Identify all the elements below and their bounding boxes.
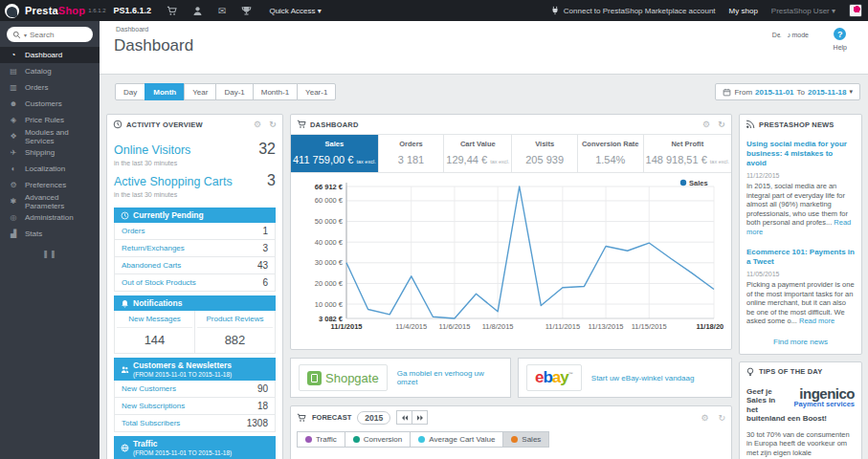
search-input[interactable] <box>30 31 79 39</box>
sidebar-item-shipping[interactable]: ✈Shipping <box>0 144 100 161</box>
toolbar: Day Month Year Day-1 Month-1 Year-1 From… <box>100 75 868 114</box>
svg-text:40 000 €: 40 000 € <box>315 238 344 247</box>
module-promos: Shopgate Ga mobiel en verhoog uw omzet e… <box>290 358 732 398</box>
brand-name: PrestaShop <box>25 5 85 16</box>
avatar[interactable] <box>849 4 862 17</box>
total-subscribers-link[interactable]: Total Subscribers <box>122 419 180 427</box>
marketplace-link[interactable]: Connect to PrestaShop Marketplace accoun… <box>550 6 716 15</box>
kpi-orders[interactable]: Orders3 181 <box>379 135 445 172</box>
search-icon <box>12 31 21 39</box>
user-menu[interactable]: PrestaShop User ▾ <box>771 7 835 15</box>
refresh-icon[interactable]: ↻ <box>718 413 725 423</box>
prestashop-logo[interactable] <box>5 4 19 18</box>
gear-icon[interactable]: ⚙ <box>254 120 261 129</box>
trophy-icon[interactable] <box>241 6 252 16</box>
read-more-link[interactable]: Read more <box>799 317 835 325</box>
tip-body: 30 tot 70% van de consumenten in Europa … <box>746 430 855 459</box>
envelope-icon[interactable]: ✉ <box>218 6 226 16</box>
main-content: Dashboard Dashboard Demo mode ? Help Day… <box>100 21 868 459</box>
kpi-visits[interactable]: Visits205 939 <box>512 135 578 172</box>
new-subscriptions-link[interactable]: New Subscriptions <box>122 402 185 410</box>
refresh-icon[interactable]: ↻ <box>718 120 725 129</box>
kpi-net-profit[interactable]: Net Profit148 918,51 € tax excl. <box>644 135 731 172</box>
date-range-picker[interactable]: From2015-11-01 To2015-11-18 ▾ <box>715 83 860 100</box>
sidebar-item-orders[interactable]: ▥Orders <box>0 79 100 96</box>
sidebar-item-modules[interactable]: ❖Modules and Services <box>0 128 100 144</box>
demo-mode-control: Demo mode <box>772 28 809 38</box>
new-messages-cell[interactable]: New Messages144 <box>115 311 194 353</box>
range-year-1-button[interactable]: Year-1 <box>297 83 336 100</box>
find-more-news-link[interactable]: Find more news <box>746 338 855 346</box>
sidebar-item-localization[interactable]: ◐Localization <box>0 161 100 177</box>
shopgate-logo: Shopgate <box>299 364 388 391</box>
news-title-link[interactable]: Using social media for your business: 4 … <box>746 140 855 168</box>
globe-icon <box>121 444 129 452</box>
news-excerpt: In 2015, social media are an integral pa… <box>746 182 855 236</box>
forecast-next-button[interactable] <box>412 410 428 425</box>
svg-text:50 000 €: 50 000 € <box>315 217 344 226</box>
gear-icon[interactable]: ⚙ <box>702 120 710 129</box>
cart-icon[interactable] <box>167 6 177 16</box>
svg-text:60 000 €: 60 000 € <box>315 196 344 205</box>
ebay-promo-card: ebay™ Start uw eBay-winkel vandaag <box>518 358 732 398</box>
catalog-icon: ▤ <box>9 67 18 76</box>
range-month-1-button[interactable]: Month-1 <box>253 83 298 100</box>
online-visitors-link[interactable]: Online Visitors <box>114 143 190 157</box>
range-year-button[interactable]: Year <box>184 83 216 100</box>
sidebar-item-administration[interactable]: ◎Administration <box>0 209 100 226</box>
active-carts-link[interactable]: Active Shopping Carts <box>114 175 233 188</box>
range-button-group: Day Month Year Day-1 Month-1 Year-1 <box>115 83 336 100</box>
active-carts-stat: Active Shopping Carts in the last 30 min… <box>114 172 276 204</box>
sidebar-search[interactable]: ▾ <box>7 27 93 42</box>
sidebar-item-catalog[interactable]: ▤Catalog <box>0 63 100 79</box>
quick-access-menu[interactable]: Quick Access ▾ <box>269 7 321 15</box>
customer-icon[interactable] <box>192 6 203 16</box>
toggle-sales[interactable]: Sales <box>502 431 549 448</box>
shopgate-link[interactable]: Ga mobiel en verhoog uw omzet <box>397 369 502 386</box>
ebay-link[interactable]: Start uw eBay-winkel vandaag <box>591 374 695 382</box>
sidebar-item-price-rules[interactable]: ◈Price Rules <box>0 112 100 128</box>
kpi-cart-value[interactable]: Cart Value129,44 € tax excl. <box>444 135 512 172</box>
kpi-conversion-rate[interactable]: Conversion Rate1.54% <box>578 135 644 172</box>
sidebar-item-preferences[interactable]: ⚙Preferences <box>0 177 100 193</box>
refresh-icon[interactable]: ↻ <box>269 120 277 129</box>
svg-text:11/4/2015: 11/4/2015 <box>395 322 427 331</box>
kpi-sales[interactable]: Sales411 759,00 € tax excl. <box>291 135 379 172</box>
svg-text:11/15/2015: 11/15/2015 <box>632 322 667 331</box>
abandoned-carts-link[interactable]: Abandoned Carts <box>122 261 181 270</box>
my-shop-link[interactable]: My shop <box>729 7 758 15</box>
gear-icon[interactable]: ⚙ <box>701 413 708 423</box>
new-customers-row: New Customers90 <box>114 381 276 398</box>
range-day-1-button[interactable]: Day-1 <box>215 83 253 100</box>
rss-icon <box>746 120 755 129</box>
range-day-button[interactable]: Day <box>115 83 145 100</box>
toggle-conversion[interactable]: Conversion <box>345 431 411 448</box>
pending-orders-link[interactable]: Orders <box>122 227 145 235</box>
sidebar-item-stats[interactable]: ▟Stats <box>0 226 100 242</box>
sidebar-collapse-icon[interactable]: ❚❚ <box>0 250 100 258</box>
breadcrumb[interactable]: Dashboard <box>116 26 148 33</box>
news-title-link[interactable]: Ecommerce 101: Payments in a Tweet <box>746 248 855 267</box>
out-of-stock-link[interactable]: Out of Stock Products <box>122 278 196 287</box>
sidebar-item-advanced-parameters[interactable]: ✱Advanced Parameters <box>0 193 100 209</box>
shop-version: PS1.6.1.2 <box>114 6 152 15</box>
search-scope-caret[interactable]: ▾ <box>24 32 27 38</box>
pending-returns-link[interactable]: Return/Exchanges <box>122 244 185 252</box>
product-reviews-cell[interactable]: Product Reviews882 <box>194 311 275 353</box>
toggle-average-cart-value[interactable]: Average Cart Value <box>410 431 503 448</box>
help-icon[interactable]: ? <box>834 28 846 40</box>
svg-text:30 000 €: 30 000 € <box>315 258 344 267</box>
svg-text:10 000 €: 10 000 € <box>315 300 344 309</box>
sidebar-item-customers[interactable]: ☻Customers <box>0 96 100 112</box>
new-customers-link[interactable]: New Customers <box>122 384 176 393</box>
forecast-prev-button[interactable] <box>396 410 412 425</box>
sidebar-item-dashboard[interactable]: ◔Dashboard <box>0 47 100 63</box>
svg-text:11/13/2015: 11/13/2015 <box>589 322 624 331</box>
forecast-metric-toggles: Traffic Conversion Average Cart Value Sa… <box>291 427 731 451</box>
toggle-traffic[interactable]: Traffic <box>297 431 345 448</box>
panel-title: TIPS OF THE DAY <box>759 367 822 376</box>
fast-forward-icon <box>416 414 424 422</box>
svg-text:11/18/2015: 11/18/2015 <box>696 322 723 331</box>
panel-title: FORECAST <box>312 413 351 422</box>
range-month-button[interactable]: Month <box>145 83 185 100</box>
